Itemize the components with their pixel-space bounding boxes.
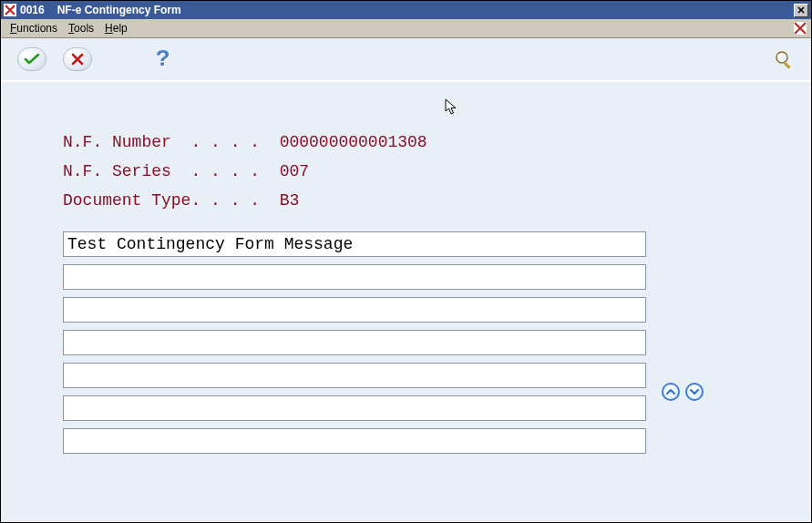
message-line-2[interactable]	[63, 264, 646, 290]
menu-functions[interactable]: Functions	[5, 20, 63, 36]
message-line-4[interactable]	[63, 330, 646, 355]
doctype-value: B3	[280, 191, 300, 210]
check-icon	[24, 53, 40, 66]
nf-number-value: 000000000001308	[280, 133, 427, 151]
confirm-button[interactable]	[17, 47, 46, 71]
nf-series-row: N.F. Series . . . . 007	[63, 157, 749, 186]
message-line-5[interactable]	[63, 363, 646, 388]
nf-number-row: N.F. Number . . . . 000000000001308	[63, 128, 749, 157]
nf-series-value: 007	[280, 162, 309, 180]
system-menu-icon[interactable]	[4, 4, 16, 16]
titlebar: 0016 NF-e Contingency Form	[1, 1, 811, 19]
doctype-row: Document Type. . . . B3	[63, 186, 749, 215]
window-title: NF-e Contingency Form	[57, 4, 181, 16]
message-line-3[interactable]	[63, 297, 646, 323]
chevron-up-icon	[666, 388, 675, 395]
scroll-buttons	[662, 383, 704, 401]
menu-help[interactable]: Help	[99, 20, 133, 36]
message-line-7[interactable]	[63, 428, 646, 454]
scroll-down-button[interactable]	[685, 383, 704, 401]
menu-tools[interactable]: Tools	[63, 20, 99, 36]
svg-rect-3	[784, 62, 791, 69]
chevron-down-icon	[690, 388, 699, 395]
x-icon	[71, 53, 84, 66]
help-button[interactable]: ?	[156, 46, 170, 73]
cancel-button[interactable]	[63, 47, 92, 71]
scroll-up-button[interactable]	[662, 383, 680, 401]
content-area: N.F. Number . . . . 000000000001308 N.F.…	[1, 82, 811, 522]
message-line-1[interactable]	[63, 231, 646, 257]
client-area: ? N.F. Number . . . . 000000000001308 N.…	[1, 38, 811, 522]
toolbar: ?	[1, 38, 811, 82]
magnifier-icon	[774, 49, 794, 69]
window-code: 0016	[20, 4, 45, 16]
message-inputs	[63, 231, 749, 454]
close-button[interactable]	[794, 4, 808, 17]
menubar: Functions Tools Help	[1, 19, 811, 38]
menubar-logo-icon	[793, 21, 807, 36]
svg-point-2	[777, 54, 783, 57]
message-line-6[interactable]	[63, 395, 646, 421]
search-button[interactable]	[773, 48, 795, 70]
svg-point-1	[776, 52, 787, 63]
